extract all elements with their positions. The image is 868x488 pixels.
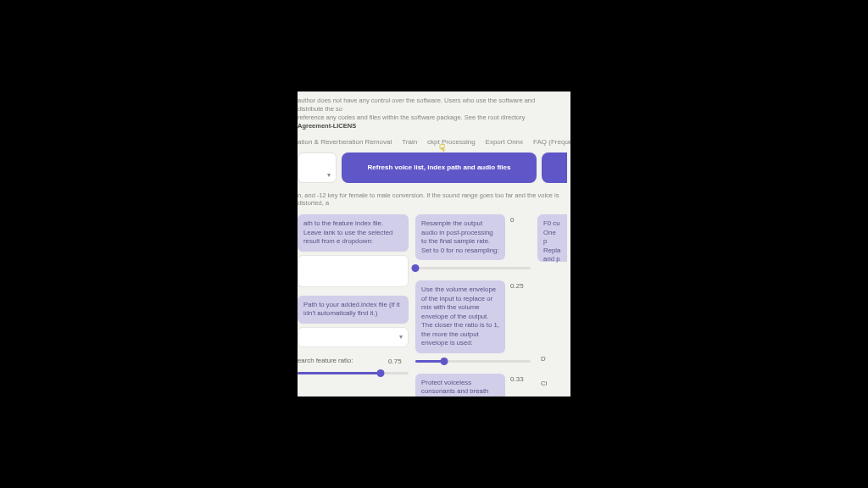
protect-value: 0.33: [510, 374, 531, 383]
disclaimer-line2: reference any codes and files within the…: [298, 114, 525, 121]
pillarbox-right: [570, 0, 868, 488]
envelope-value: 0.25: [510, 280, 531, 290]
tab-train[interactable]: Train: [402, 138, 417, 146]
envelope-slider[interactable]: [415, 357, 531, 365]
disclaimer-line1: author does not have any control over th…: [298, 97, 535, 113]
search-ratio-value: 0.75: [388, 356, 409, 365]
voice-dropdown[interactable]: ▾: [298, 152, 337, 183]
f0-curve-card: F0 cu One p Repla and p: [537, 214, 567, 262]
pillarbox-left: [0, 0, 298, 488]
resample-label: Resample the output audio in post-proces…: [415, 214, 505, 260]
tab-faq[interactable]: FAQ (Frequently A: [533, 138, 570, 146]
added-index-label: Path to your added.index file (if it idn…: [298, 296, 409, 324]
disclaimer-license: Agreement-LICENS: [298, 122, 356, 130]
cursor-icon: ☟: [439, 142, 445, 154]
button-stub[interactable]: [542, 152, 567, 183]
refresh-button-label: Refresh voice list, index path and audio…: [368, 164, 511, 171]
transpose-hint: n, and -12 key for female to male conver…: [298, 190, 567, 215]
letterbox-top: [298, 0, 570, 92]
cl-label: Cl: [537, 380, 567, 387]
tab-export-onnx[interactable]: Export Onnx: [486, 138, 523, 146]
index-path-input[interactable]: [298, 255, 409, 287]
tab-ckpt[interactable]: ckpt Processing: [427, 138, 475, 146]
disclaimer-text: author does not have any control over th…: [298, 97, 567, 136]
refresh-button[interactable]: ☟ Refresh voice list, index path and aud…: [342, 152, 537, 183]
search-ratio-label: earch feature ratio:: [298, 357, 353, 364]
foreground-app: author does not have any control over th…: [298, 0, 570, 488]
added-index-dropdown[interactable]: ▾: [298, 327, 409, 347]
d-label: D: [537, 355, 567, 363]
resample-slider[interactable]: [415, 263, 531, 272]
index-path-label: ath to the feature index file. Leave lan…: [298, 214, 409, 252]
envelope-label: Use the volume envelope of the input to …: [415, 280, 505, 353]
tab-separation[interactable]: ation & Reverberation Removal: [298, 138, 392, 146]
search-ratio-slider[interactable]: [298, 369, 409, 377]
resample-value: 0: [510, 214, 531, 224]
protect-label: Protect voiceless consonants and breath …: [415, 374, 505, 396]
tab-bar: ation & Reverberation Removal Train ckpt…: [298, 136, 567, 152]
letterbox-bottom: [298, 396, 570, 488]
